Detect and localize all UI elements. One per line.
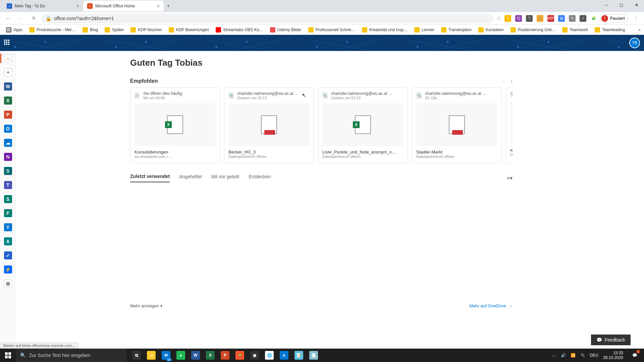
apps-shortcut[interactable]: Apps (3, 26, 25, 34)
bookmark-item[interactable]: Lernen (412, 26, 437, 34)
extension-icon[interactable]: IQ (515, 15, 522, 22)
bookmark-item[interactable]: Teamwork (559, 26, 591, 34)
close-tab-icon[interactable]: × (76, 3, 79, 9)
rail-onedrive-icon[interactable]: ☁ (4, 139, 12, 147)
url-input[interactable]: 🔒 office.com/?auth=2&home=1 (42, 13, 493, 23)
content-tab[interactable]: Mit mir geteilt (211, 174, 239, 182)
extension-icon[interactable]: ⤢ (580, 15, 586, 22)
taskbar-app-explorer[interactable]: 📁 (144, 349, 158, 362)
rail-todo-icon[interactable]: ✓ (4, 251, 12, 259)
extension-icon[interactable]: 🛒 (537, 15, 543, 22)
clock[interactable]: 15:33 28.10.2020 (603, 351, 623, 360)
taskbar-app-obs[interactable]: ◉ (248, 349, 262, 362)
browser-tab[interactable]: O Microsoft Office Home × (83, 1, 164, 11)
reload-button[interactable]: ✕ (29, 14, 38, 23)
bookmark-item[interactable]: KDP Bewertungen (166, 26, 212, 34)
new-tab-button[interactable]: + (164, 1, 173, 11)
recommended-card[interactable]: 📎 charlotte.natmessnig@wu.ac.at … Gester… (318, 87, 408, 164)
maximize-button[interactable]: ▢ (614, 0, 629, 10)
rail-power-automate-icon[interactable]: ⚡ (4, 265, 12, 274)
bookmark-item[interactable]: KDP Nischen (128, 26, 164, 34)
taskbar-app-spotify[interactable]: ● (174, 349, 188, 362)
bookmark-item[interactable]: Transkription (438, 26, 474, 34)
more-onedrive-link[interactable]: Mehr auf OneDrive → (469, 303, 513, 308)
carousel-next-icon[interactable]: › (511, 78, 513, 84)
rail-excel-icon[interactable]: X (4, 97, 12, 105)
close-tab-icon[interactable]: × (157, 3, 160, 9)
close-window-button[interactable]: ✕ (629, 0, 644, 10)
bookmark-item[interactable]: Produktsuche - Mer… (26, 26, 78, 34)
taskbar-app-mail[interactable]: ✉94 (159, 349, 173, 362)
bookmark-item[interactable]: Udemy Bilder (267, 26, 304, 34)
view-options-icon[interactable]: ≡▾ (507, 175, 513, 181)
bookmark-star-icon[interactable]: ☆ (496, 15, 501, 21)
account-avatar[interactable]: TB (629, 38, 640, 48)
browser-tab[interactable]: ✓ Mein Tag - To Do × (3, 1, 83, 11)
extension-icon[interactable]: 1 (504, 15, 511, 22)
taskbar-app-notepad[interactable]: 📝 (292, 349, 306, 362)
content-tab[interactable]: Zuletzt verwendet (130, 174, 170, 182)
bookmark-item[interactable]: Kreativität und Insp… (359, 26, 411, 34)
start-button[interactable] (0, 349, 16, 362)
bookmark-item[interactable]: Positionierung Onli… (508, 26, 558, 34)
battery-icon[interactable]: 🔌 (580, 353, 585, 358)
rail-forms-icon[interactable]: F (4, 209, 12, 217)
profile-button[interactable]: T Pausiert (600, 14, 628, 23)
rail-powerpoint-icon[interactable]: P (4, 111, 12, 119)
bookmark-item[interactable]: Professionell Schrei… (306, 26, 358, 34)
taskbar-app-word[interactable]: W (189, 349, 203, 362)
rail-sharepoint-icon[interactable]: S (4, 167, 12, 175)
rail-outlook-icon[interactable]: O (4, 125, 12, 133)
bookmark-item[interactable]: Kursideen (476, 26, 506, 34)
extension-icon[interactable]: ABP (547, 15, 554, 22)
rail-onenote-icon[interactable]: N (4, 153, 12, 161)
card-location: Dat (510, 153, 513, 157)
show-more-link[interactable]: Mehr anzeigen ▾ (130, 303, 163, 308)
rail-home-icon[interactable]: ⌂ (4, 54, 12, 62)
volume-icon[interactable]: 🔊 (561, 353, 566, 358)
tray-overflow-icon[interactable]: ︿ (552, 353, 556, 358)
carousel-prev-icon[interactable]: ‹ (502, 78, 504, 84)
extension-icon[interactable]: ⊞ (558, 15, 565, 22)
taskbar-app-powerpoint[interactable]: P (218, 349, 232, 362)
rail-teams-icon[interactable]: T (4, 181, 12, 189)
app-launcher-icon[interactable] (4, 40, 11, 46)
taskbar-app-chrome[interactable]: 🌐 (262, 349, 276, 362)
taskbar-app-edge[interactable]: e (277, 349, 291, 362)
taskbar-app-task-view[interactable]: ⧉ (129, 349, 144, 362)
back-button[interactable]: ← (3, 14, 13, 23)
bookmark-folder-icon (169, 27, 174, 33)
rail-sway-icon[interactable]: S (4, 195, 12, 203)
minimize-button[interactable]: ─ (599, 0, 614, 10)
recommended-card[interactable]: 🗀 Sie öffnen dies häufig. Mo um 20:06 Ko… (130, 87, 220, 164)
extension-icon[interactable]: 〽 (526, 15, 533, 22)
taskbar-app-wordpad[interactable]: 📄 (307, 349, 321, 362)
content-tab[interactable]: Entdecken (249, 174, 271, 182)
bookmark-item[interactable]: Später (102, 26, 126, 34)
taskbar-app-brave[interactable]: 🦁 (233, 349, 247, 362)
rail-yammer-icon[interactable]: Y (4, 223, 12, 231)
notifications-button[interactable]: 💬 1 (628, 349, 641, 362)
bookmarks-overflow-icon[interactable]: » (638, 27, 641, 32)
recommended-card[interactable]: 📎 ws. Dat (506, 87, 513, 164)
bookmark-item[interactable]: Blog (80, 26, 101, 34)
bookmark-item[interactable]: Teamleading (592, 26, 628, 34)
wifi-icon[interactable]: 📶 (571, 353, 576, 358)
document-icon (355, 115, 371, 134)
recommended-card[interactable]: 📎 charlotte.natmessnig@wu.ac.at … Gester… (224, 87, 314, 164)
rail-word-icon[interactable]: W (4, 82, 12, 90)
extension-icon[interactable]: ✎ (569, 15, 576, 22)
rail-all-apps-icon[interactable]: ⊞ (4, 280, 12, 288)
rail-admin-icon[interactable]: A (4, 237, 12, 245)
menu-button[interactable]: ⋮ (631, 14, 641, 23)
feedback-button[interactable]: 💬 Feedback (591, 335, 631, 345)
taskbar-app-excel[interactable]: X (203, 349, 217, 362)
language-indicator[interactable]: DEU (590, 353, 598, 358)
content-tab[interactable]: Angeheftet (179, 174, 202, 182)
rail-create-icon[interactable]: ＋ (4, 68, 12, 76)
recommended-card[interactable]: 📎 charlotte.natmessnig@wu.ac.at … 20. Ok… (412, 87, 502, 164)
extensions-menu-icon[interactable]: 🧩 (590, 15, 597, 22)
taskbar-search[interactable]: 🔍 Zur Suche Text hier eingeben (16, 349, 127, 362)
forward-button[interactable]: → (16, 14, 25, 23)
bookmark-item[interactable]: Streamlabs OBS Ko… (213, 26, 266, 34)
